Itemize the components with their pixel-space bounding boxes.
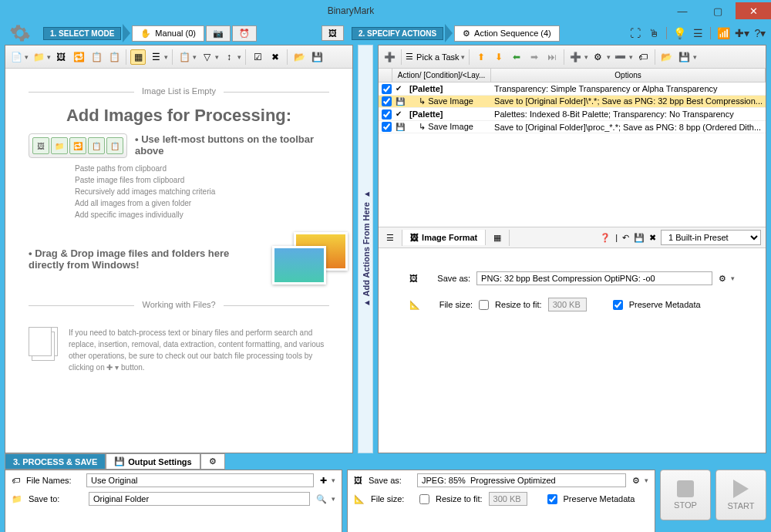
tab-output-gear[interactable]: ⚙ xyxy=(200,453,225,470)
plus-icon[interactable]: ✚▾ xyxy=(736,27,748,39)
settings-gear-button[interactable] xyxy=(5,22,35,45)
footer: 🏷 File Names: ✚▾ 📁 Save to: 🔍▾ 🖼 Save as… xyxy=(0,470,771,532)
tab-action-sequence-label: Action Sequence (4) xyxy=(474,29,551,38)
tab-image-format[interactable]: 🖼 Image Format xyxy=(402,230,486,245)
save-preset-button[interactable]: 💾 xyxy=(634,233,645,243)
table-row[interactable]: ✔ [Palette] Palettes: Indexed 8-Bit Pale… xyxy=(379,108,766,121)
list-icon[interactable]: ☰ xyxy=(692,27,704,39)
check-icon: ✔ xyxy=(396,84,409,93)
footer-saveas-input[interactable] xyxy=(417,473,626,487)
row-checkbox[interactable] xyxy=(382,84,392,94)
save-icon: 💾 xyxy=(396,123,409,131)
preset-dropdown[interactable]: 1 Built-in Preset xyxy=(661,230,761,245)
plus-icon[interactable]: ✚ xyxy=(320,476,327,486)
pick-task-label: Pick a Task xyxy=(416,52,459,62)
open-sequence-button[interactable]: 📂 xyxy=(659,49,675,65)
header-options[interactable]: Options xyxy=(491,69,766,82)
image-icon: 🖼 xyxy=(409,274,418,283)
tab-camera[interactable]: 📷 xyxy=(206,25,231,42)
line-recursive: Recursively add images matching criteria xyxy=(75,186,329,197)
save-sequence-button[interactable]: 💾 xyxy=(677,49,692,65)
table-row[interactable]: 💾 ↳ Save Image Save to [Original Folder]… xyxy=(379,121,766,134)
resize-checkbox[interactable] xyxy=(479,300,489,310)
paste-files-button[interactable]: 📋 xyxy=(89,49,104,65)
mini-toolbar-sample: 🖼 📁 🔁 📋 📋 xyxy=(29,133,127,158)
row-checkbox[interactable] xyxy=(382,96,392,106)
add-recursive-button[interactable]: 🔁 xyxy=(71,49,86,65)
add-image-button[interactable]: 🖼 xyxy=(53,49,69,65)
preserve-metadata-checkbox[interactable] xyxy=(613,300,623,310)
view-list-button[interactable]: ☰ xyxy=(148,49,163,65)
wifi-icon[interactable]: 📶 xyxy=(717,27,729,39)
search-icon[interactable]: 🔍 xyxy=(316,494,327,504)
help-icon[interactable]: ?▾ xyxy=(754,27,766,39)
row-checkbox[interactable] xyxy=(382,109,392,120)
copy-button[interactable]: 📋 xyxy=(177,49,192,65)
tab-output-settings[interactable]: 💾 Output Settings xyxy=(106,453,200,470)
tab-props-1[interactable]: ☰ xyxy=(379,230,402,246)
paste-paths-button[interactable]: 📋 xyxy=(106,49,122,65)
main-tab-bar: 1. SELECT MODE ✋ Manual (0) 📷 ⏰ 🖼 2. SPE… xyxy=(0,22,771,45)
tab-clock[interactable]: ⏰ xyxy=(232,25,257,42)
line-paste-files: Paste image files from clipboard xyxy=(75,174,329,186)
save-as-input[interactable] xyxy=(476,271,712,285)
pick-task-dropdown[interactable]: ☰ Pick a Task ▾ xyxy=(406,52,464,62)
tab-action-sequence[interactable]: ⚙ Action Sequence (4) xyxy=(454,25,560,42)
skip-button[interactable]: ⏭ xyxy=(544,49,560,65)
table-row[interactable]: ✔ [Palette] Transparency: Simple Transpa… xyxy=(379,82,766,96)
delete-preset-button[interactable]: ✖ xyxy=(649,233,656,243)
start-button[interactable]: START xyxy=(715,470,766,520)
saveto-input[interactable] xyxy=(89,492,310,506)
screen-icon[interactable]: ⛶ xyxy=(629,27,641,39)
maximize-button[interactable]: ▢ xyxy=(700,2,736,19)
footer-preserve-checkbox[interactable] xyxy=(547,494,557,504)
save-list-button[interactable]: 💾 xyxy=(309,49,325,65)
bullet-use-toolbar: • Use left-most buttons on the toolbar a… xyxy=(135,133,329,157)
remove-button[interactable]: ✖ xyxy=(268,49,283,65)
new-button[interactable]: 📄 xyxy=(8,49,24,65)
table-header: Action/ [Condition]/<Lay... Options xyxy=(379,69,766,82)
redo-button[interactable]: ➡ xyxy=(527,49,542,65)
mini-paste-paths-icon: 📋 xyxy=(106,137,123,154)
move-up-button[interactable]: ⬆ xyxy=(473,49,489,65)
stop-button[interactable]: STOP xyxy=(660,470,711,520)
row-checkbox[interactable] xyxy=(382,122,392,132)
minimize-button[interactable]: — xyxy=(665,2,700,19)
preserve-metadata-label: Preserve Metadata xyxy=(629,300,701,309)
help-icon[interactable]: ❓ xyxy=(600,233,611,243)
sort-button[interactable]: ↕ xyxy=(221,49,237,65)
filter-button[interactable]: ▽ xyxy=(199,49,214,65)
undo-icon[interactable]: ↶ xyxy=(622,233,629,243)
settings-button[interactable]: ⚙ xyxy=(591,49,606,65)
header-action[interactable]: Action/ [Condition]/<Lay... xyxy=(392,69,491,82)
gear-icon[interactable]: ⚙ xyxy=(632,476,640,486)
add-group-button[interactable]: ➕ xyxy=(568,49,584,65)
line-paste-paths: Paste paths from clipboard xyxy=(75,163,329,174)
open-folder-button[interactable]: 📂 xyxy=(291,49,307,65)
saveto-label: Save to: xyxy=(29,494,82,503)
close-button[interactable]: ✕ xyxy=(736,2,771,19)
table-row[interactable]: 💾 ↳ Save Image Save to [Original Folder]… xyxy=(379,96,766,109)
view-thumbnails-button[interactable]: ▦ xyxy=(130,49,146,65)
bulb-icon[interactable]: 💡 xyxy=(673,27,685,39)
tab-props-3[interactable]: ▦ xyxy=(486,230,510,246)
filenames-input[interactable] xyxy=(86,473,314,487)
mouse-icon[interactable]: 🖱 xyxy=(648,27,660,39)
image-icon: 🖼 xyxy=(410,233,419,242)
add-actions-vertical-bar[interactable]: ▸ Add Actions From Here ▸ xyxy=(358,45,373,453)
add-images-heading: Add Images for Processing: xyxy=(29,106,329,126)
footer-resize-checkbox[interactable] xyxy=(419,494,429,504)
gear-icon[interactable]: ⚙ xyxy=(719,274,726,284)
tab-image[interactable]: 🖼 xyxy=(322,25,344,41)
tab-manual[interactable]: ✋ Manual (0) xyxy=(132,25,204,42)
row-options: Palettes: Indexed 8-Bit Palette; Transpa… xyxy=(494,109,763,119)
image-list-body: Image List is Empty Add Images for Proce… xyxy=(5,69,352,453)
tag-button[interactable]: 🏷 xyxy=(635,49,651,65)
undo-button[interactable]: ⬅ xyxy=(509,49,524,65)
check-button[interactable]: ☑ xyxy=(250,49,265,65)
gear-icon: ⚙ xyxy=(209,456,217,466)
add-folder-button[interactable]: 📁 xyxy=(31,49,46,65)
move-down-button[interactable]: ⬇ xyxy=(491,49,507,65)
remove-action-button[interactable]: ➖ xyxy=(613,49,628,65)
add-action-button[interactable]: ➕ xyxy=(382,49,397,65)
